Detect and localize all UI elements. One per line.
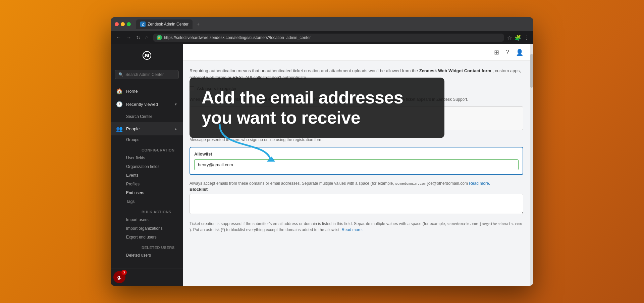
sidebar-item-recently-viewed[interactable]: 🕐 Recently viewed ▼ — [111, 98, 183, 111]
menu-icon[interactable]: ⋮ — [524, 35, 529, 41]
sidebar-item-groups[interactable]: Groups — [126, 135, 183, 144]
search-container: 🔍 Search Admin Center — [111, 67, 183, 82]
extensions-icon[interactable]: 🧩 — [515, 35, 521, 41]
sidebar-item-home[interactable]: 🏠 Home — [111, 85, 183, 98]
title-bar: Z Zendesk Admin Center + — [111, 17, 533, 31]
blocklist-example2: joe@otherdomain.com — [479, 222, 522, 226]
blocklist-label: Blocklist — [190, 187, 523, 192]
sidebar-item-events[interactable]: Events — [126, 171, 183, 180]
url-bar[interactable]: 🔒 https://selectivehardware.zendesk.com/… — [153, 34, 504, 42]
search-center-label: Search Center — [126, 114, 152, 119]
people-label: People — [126, 126, 171, 131]
allowlist-hint: Always accept emails from these domains … — [190, 180, 523, 187]
blocklist-section: Blocklist — [190, 187, 523, 215]
allowlist-read-more[interactable]: Read more. — [469, 181, 490, 186]
sidebar-nav: 🏠 Home 🕐 Recently viewed ▼ Search Center… — [111, 82, 183, 262]
maximize-button[interactable] — [127, 22, 131, 26]
blocklist-read-more[interactable]: Read more. — [342, 227, 363, 232]
blocklist-hint: Ticket creation is suppressed if the sub… — [190, 221, 523, 233]
sidebar-item-organization-fields[interactable]: Organization fields — [126, 162, 183, 171]
search-placeholder: Search Admin Center — [125, 72, 164, 77]
refresh-button[interactable]: ↻ — [135, 34, 142, 42]
sidebar-item-tags[interactable]: Tags — [126, 197, 183, 206]
deleted-users-section-header: Deleted users — [126, 242, 183, 251]
clock-icon: 🕐 — [116, 101, 123, 107]
home-label: Home — [126, 89, 177, 94]
notification-badge: 3 — [121, 270, 127, 275]
help-icon[interactable]: ? — [504, 47, 511, 57]
sidebar-item-import-organizations[interactable]: Import organizations — [126, 224, 183, 233]
sidebar-bottom: g. 3 — [111, 268, 183, 286]
avatar-initials: g. — [117, 274, 121, 280]
configuration-section-header: Configuration — [126, 144, 183, 154]
new-tab-button[interactable]: + — [194, 19, 202, 29]
tab-label: Zendesk Admin Center — [148, 22, 189, 27]
nav-buttons: ← → ↻ ⌂ — [115, 34, 150, 42]
sidebar-item-profiles[interactable]: Profiles — [126, 180, 183, 188]
sidebar-item-end-users[interactable]: End users — [126, 188, 183, 197]
url-text: https://selectivehardware.zendesk.com/se… — [164, 35, 311, 40]
address-bar-icons: ☆ 🧩 ⋮ — [507, 35, 529, 41]
main-content: ⊞ ? 👤 Add the email addresses you want t… — [183, 44, 530, 286]
grid-icon[interactable]: ⊞ — [493, 47, 500, 57]
sidebar-logo — [111, 44, 183, 67]
sidebar-item-people[interactable]: 👥 People ▲ — [111, 122, 183, 135]
back-button[interactable]: ← — [115, 34, 123, 42]
user-profile-icon[interactable]: 👤 — [515, 47, 525, 57]
avatar[interactable]: g. 3 — [113, 271, 125, 283]
sidebar: 🔍 Search Admin Center 🏠 Home 🕐 Recently … — [111, 44, 183, 286]
people-icon: 👥 — [116, 126, 123, 132]
chevron-down-icon: ▼ — [174, 102, 177, 106]
sidebar-item-user-fields[interactable]: User fields — [126, 154, 183, 162]
bulk-actions-section-header: Bulk actions — [126, 206, 183, 215]
chevron-up-icon: ▲ — [174, 127, 177, 131]
address-bar: ← → ↻ ⌂ 🔒 https://selectivehardware.zend… — [111, 31, 533, 44]
tab-favicon: Z — [140, 21, 146, 27]
search-input[interactable]: 🔍 Search Admin Center — [115, 70, 179, 79]
bookmark-icon[interactable]: ☆ — [507, 35, 512, 41]
recently-viewed-label: Recently viewed — [126, 102, 171, 107]
tab-bar: Z Zendesk Admin Center + — [136, 19, 529, 29]
people-submenu: Groups Configuration User fields Organiz… — [111, 135, 183, 260]
blocklist-textarea[interactable] — [190, 194, 523, 214]
scrollbar-track[interactable] — [530, 44, 533, 286]
home-icon: 🏠 — [116, 88, 123, 94]
search-icon: 🔍 — [118, 72, 123, 77]
home-button[interactable]: ⌂ — [144, 34, 150, 42]
content-area: 🔍 Search Admin Center 🏠 Home 🕐 Recently … — [111, 44, 533, 286]
blocklist-example1: somedomain.com — [447, 222, 478, 226]
ssl-icon: 🔒 — [157, 35, 162, 40]
traffic-lights — [115, 22, 131, 26]
minimize-button[interactable] — [121, 22, 125, 26]
close-button[interactable] — [115, 22, 119, 26]
browser-window: Z Zendesk Admin Center + ← → ↻ ⌂ 🔒 https… — [111, 17, 533, 286]
annotation-overlay: Add the email addresses you want to rece… — [190, 78, 444, 138]
browser-tab[interactable]: Z Zendesk Admin Center — [136, 19, 193, 29]
sidebar-item-import-users[interactable]: Import users — [126, 215, 183, 224]
annotation-arrow — [210, 121, 277, 165]
content-body: Add the email addresses you want to rece… — [183, 61, 530, 240]
allowlist-example1: somedomain.com — [395, 181, 426, 186]
zendesk-logo-icon — [141, 49, 153, 61]
forward-button[interactable]: → — [125, 34, 133, 42]
scrollbar-thumb[interactable] — [530, 54, 533, 88]
sidebar-item-search-center[interactable]: Search Center — [111, 111, 183, 122]
main-header: ⊞ ? 👤 — [183, 44, 530, 61]
sidebar-item-export-end-users[interactable]: Export end users — [126, 233, 183, 242]
svg-marker-0 — [267, 157, 275, 162]
sidebar-item-deleted-users[interactable]: Deleted users — [126, 251, 183, 260]
